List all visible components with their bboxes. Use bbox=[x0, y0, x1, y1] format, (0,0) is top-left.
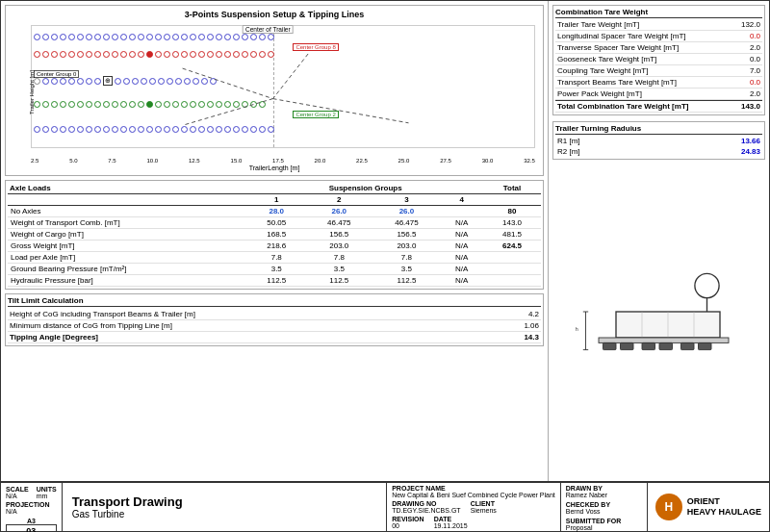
dot bbox=[164, 51, 170, 58]
combo-total-value: 143.0 bbox=[741, 102, 760, 111]
dot bbox=[155, 51, 162, 58]
dots-row-4 bbox=[34, 101, 532, 108]
dot bbox=[51, 51, 58, 58]
combo-title: Combination Tare Weight bbox=[555, 8, 762, 18]
turning-label-1: R1 [m] bbox=[557, 137, 580, 145]
dot bbox=[77, 34, 84, 40]
row-g1: 168.5 bbox=[247, 229, 305, 241]
svg-rect-10 bbox=[599, 338, 729, 342]
turning-label-2: R2 [m] bbox=[557, 147, 580, 156]
dot bbox=[198, 101, 205, 108]
drawn-block: DRAWN BY Ramez Naber bbox=[566, 485, 642, 498]
row-g2: 203.0 bbox=[305, 241, 372, 252]
dot bbox=[268, 126, 274, 133]
row-g4: N/A bbox=[441, 229, 484, 241]
dot bbox=[129, 34, 136, 40]
dot bbox=[112, 34, 118, 40]
table-row: Hydraulic Pressure [bar] 112.5 112.5 112… bbox=[8, 275, 541, 287]
row-g1: 112.5 bbox=[247, 275, 305, 287]
svg-rect-16 bbox=[698, 342, 711, 349]
page-block: A3 03 bbox=[6, 518, 57, 532]
dot bbox=[192, 78, 199, 85]
dot bbox=[34, 34, 40, 40]
dot bbox=[68, 101, 75, 108]
row-label: Weight of Cargo [mT] bbox=[8, 229, 247, 241]
dot bbox=[250, 34, 257, 40]
dot bbox=[115, 78, 121, 85]
tilt-value-2: 1.06 bbox=[524, 321, 539, 330]
dot bbox=[268, 34, 274, 40]
combo-row: Tranverse Spacer Tare Weight [mT] 2.0 bbox=[555, 42, 762, 54]
row-total: 624.5 bbox=[483, 241, 541, 252]
combo-label: Transport Beams Tare Weight [mT] bbox=[557, 78, 677, 87]
turning-section: Trailer Turning Raduius R1 [m] 13.66 R2 … bbox=[552, 121, 765, 160]
dot bbox=[207, 126, 214, 133]
date-block: DATE 19.11.2015 bbox=[434, 516, 468, 529]
dot bbox=[86, 101, 92, 108]
dot bbox=[138, 34, 144, 40]
revision-value: 00 bbox=[392, 522, 424, 529]
dot bbox=[138, 101, 144, 108]
x-label: 17.5 bbox=[272, 158, 284, 164]
dot bbox=[201, 78, 208, 85]
combo-total-row: Total Combination Tare Weight [mT] 143.0 bbox=[555, 100, 762, 113]
dot bbox=[250, 126, 257, 133]
revision-label: REVISION bbox=[392, 516, 424, 522]
drawing-no-block: DRAWING NO TD.EGY.SIE.NCBS.GT bbox=[392, 500, 460, 514]
center-group-2-label: Center Group 2 bbox=[293, 111, 338, 118]
center-group-0-label: Center Group 0 bbox=[34, 70, 79, 78]
project-name-label: PROJECT NAME bbox=[392, 485, 446, 492]
dot bbox=[103, 34, 110, 40]
dot bbox=[224, 34, 231, 40]
x-label: 20.0 bbox=[315, 158, 326, 164]
dot bbox=[51, 78, 58, 85]
dot bbox=[207, 101, 214, 108]
dot bbox=[68, 51, 75, 58]
combo-row: Coupling Tare Weight [mT] 7.0 bbox=[555, 65, 762, 77]
combo-label: Coupling Tare Weight [mT] bbox=[557, 66, 648, 75]
dot bbox=[190, 51, 196, 58]
client-label: CLIENT bbox=[471, 500, 495, 507]
combo-value: 7.0 bbox=[750, 66, 760, 75]
dot bbox=[120, 51, 127, 58]
group-4-header: 4 bbox=[441, 194, 484, 206]
dot bbox=[42, 126, 49, 133]
dot bbox=[172, 51, 179, 58]
row-total bbox=[483, 275, 541, 287]
combo-value: 2.0 bbox=[750, 43, 760, 52]
dot bbox=[190, 101, 196, 108]
tilt-label-1: Height of CoG including Transport Beams … bbox=[10, 310, 195, 318]
row-g2: 3.5 bbox=[305, 264, 372, 275]
dot bbox=[60, 101, 66, 108]
row-g4: N/A bbox=[441, 241, 484, 252]
drawing-no-label: DRAWING NO bbox=[392, 500, 436, 507]
dot bbox=[233, 126, 240, 133]
combo-value: 0.0 bbox=[750, 55, 760, 63]
dot bbox=[155, 101, 162, 108]
dot bbox=[158, 78, 165, 85]
dot bbox=[86, 51, 92, 58]
group-1-header: 1 bbox=[247, 194, 305, 206]
page-value: 03 bbox=[6, 524, 57, 532]
dot bbox=[233, 51, 240, 58]
row-g1: 218.6 bbox=[247, 241, 305, 252]
dot bbox=[42, 34, 49, 40]
dot bbox=[181, 126, 188, 133]
dot bbox=[164, 34, 170, 40]
dot bbox=[138, 126, 144, 133]
row-total: 481.5 bbox=[483, 229, 541, 241]
tilt-label-3: Tipping Angle [Degrees] bbox=[10, 333, 98, 342]
dot bbox=[172, 126, 179, 133]
suspension-groups-header: Suspension Groups bbox=[247, 183, 483, 194]
dot bbox=[216, 126, 222, 133]
x-label: 15.0 bbox=[231, 158, 243, 164]
dot bbox=[77, 126, 84, 133]
suspension-table: Axle Loads Suspension Groups Total 1 2 3… bbox=[8, 183, 541, 287]
dot bbox=[207, 51, 214, 58]
tilt-value-3: 14.3 bbox=[524, 333, 539, 342]
logo-line2: HEAVY HAULAGE bbox=[687, 507, 761, 518]
dot bbox=[216, 101, 222, 108]
dot bbox=[112, 101, 118, 108]
footer-subtitle: Gas Turbine bbox=[72, 509, 376, 519]
dots-row-5 bbox=[34, 126, 532, 133]
